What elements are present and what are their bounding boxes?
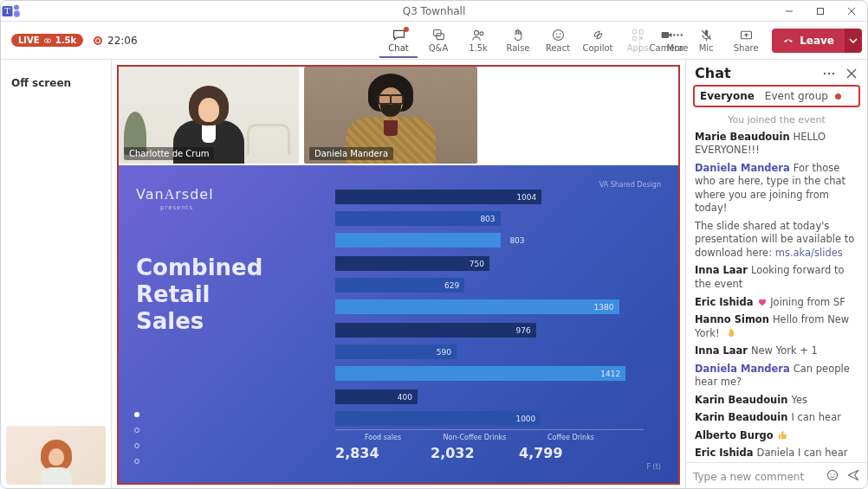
chat-message: Hanno SimonHello from New York! <box>695 313 858 340</box>
chat-tab-event-group[interactable]: Event group <box>765 90 841 102</box>
chat-message: Daniela ManderaCan people hear me? <box>695 363 858 389</box>
chat-message: Alberto Burgo <box>695 429 858 443</box>
chevron-down-icon <box>849 36 858 45</box>
chat-message: Eric IshidaDaniela I can hear you <box>695 447 858 462</box>
chat-message: Marie BeaudouinHELLO EVERYONE!!! <box>695 131 858 158</box>
toolbar-copilot-label: Copilot <box>582 43 612 53</box>
apps-icon <box>631 28 645 42</box>
toolbar-copilot-button[interactable]: Copilot <box>579 23 617 58</box>
slide-heading: Combined Retail Sales <box>136 254 327 336</box>
hangup-icon <box>782 35 794 47</box>
toolbar-react-label: React <box>546 43 570 53</box>
chat-tabs: Everyone Event group <box>693 85 860 107</box>
copilot-icon <box>591 28 606 42</box>
camera-icon <box>659 28 674 42</box>
svg-point-28 <box>833 473 834 474</box>
send-button[interactable] <box>846 468 860 485</box>
chat-input[interactable]: Type a new comment <box>693 471 819 483</box>
recording-time: 22:06 <box>107 35 138 47</box>
chat-more-button[interactable] <box>822 67 836 80</box>
toolbar-raise-label: Raise <box>507 43 530 53</box>
live-label: LIVE <box>18 35 40 45</box>
svg-text:T: T <box>4 6 10 16</box>
svg-rect-8 <box>436 34 444 40</box>
leave-label: Leave <box>800 35 834 47</box>
eye-icon <box>43 36 52 45</box>
self-video-preview[interactable] <box>6 426 106 485</box>
leave-caret-button[interactable] <box>845 29 862 53</box>
leave-button[interactable]: Leave <box>772 29 845 53</box>
svg-point-11 <box>553 30 563 41</box>
offscreen-label: Off screen <box>11 77 71 89</box>
pager-dot <box>134 443 139 448</box>
participant-name-overlay: Daniela Mandera <box>309 147 393 160</box>
people-icon <box>471 28 486 42</box>
svg-rect-2 <box>14 10 20 17</box>
chat-input-row: Type a new comment <box>686 462 867 489</box>
chat-message-list[interactable]: You joined the event Marie BeaudouinHELL… <box>686 107 867 462</box>
svg-rect-7 <box>433 30 441 36</box>
toolbar-people-button[interactable]: 1.5k <box>459 23 497 58</box>
chat-message: Eric Ishida Joining from SF <box>695 296 858 310</box>
chat-panel: Chat Everyone Event group You joined the… <box>685 60 867 489</box>
svg-rect-4 <box>818 9 824 15</box>
svg-rect-16 <box>632 36 636 40</box>
teams-logo-icon: T <box>1 1 22 22</box>
toolbar-qa-button[interactable]: Q&A <box>419 23 457 58</box>
unread-dot-icon <box>835 93 841 100</box>
toolbar-mic-button[interactable]: Mic <box>687 23 725 58</box>
participant-tile-charlotte[interactable]: Charlotte de Crum <box>119 67 299 164</box>
share-icon <box>739 28 754 42</box>
offscreen-panel: Off screen <box>1 60 112 489</box>
qa-icon <box>431 28 446 42</box>
chat-close-button[interactable] <box>845 67 858 80</box>
toolbar-share-button[interactable]: Share <box>727 23 765 58</box>
window-title: Q3 Townhall <box>1 5 867 17</box>
toolbar-react-button[interactable]: React <box>539 23 577 58</box>
window-titlebar: T Q3 Townhall <box>1 1 867 22</box>
chat-message: Inna LaarLooking forward to the event <box>695 264 858 291</box>
recording-indicator: 22:06 <box>94 35 138 47</box>
window-close-button[interactable] <box>836 1 867 22</box>
slide-chart: 1004803803750629138097659014124001000Foo… <box>335 186 644 471</box>
toolbar-chat-button[interactable]: Chat <box>379 23 418 58</box>
chat-message: Inna LaarNew York + 1 <box>695 344 858 358</box>
chat-tab-everyone[interactable]: Everyone <box>700 90 755 102</box>
slide-pager-dots <box>134 412 139 464</box>
toolbar-raise-button[interactable]: Raise <box>499 23 537 58</box>
toolbar-qa-label: Q&A <box>429 43 449 53</box>
svg-rect-15 <box>639 30 643 34</box>
toolbar-mic-label: Mic <box>699 43 714 53</box>
chat-message: Karin BeaudouinYes <box>695 394 858 408</box>
mic-muted-icon <box>699 28 714 42</box>
toolbar-apps-label: Apps <box>627 43 649 53</box>
meeting-toolbar: LIVE 1.5k 22:06 Chat Q&A 1.5k Raise Reac… <box>1 22 867 60</box>
pager-dot <box>134 459 139 464</box>
emoji-picker-button[interactable] <box>826 468 839 485</box>
svg-point-13 <box>559 34 560 35</box>
svg-point-27 <box>830 473 831 474</box>
system-message: You joined the event <box>695 114 858 127</box>
react-icon <box>551 28 566 42</box>
toolbar-chat-label: Chat <box>388 43 408 53</box>
viewer-count: 1.5k <box>55 35 76 45</box>
meeting-stage: Charlotte de Crum Daniela Mandera VA Sha… <box>112 60 685 489</box>
participant-name-overlay: Charlotte de Crum <box>124 147 214 160</box>
window-maximize-button[interactable] <box>805 1 836 22</box>
svg-point-23 <box>824 72 826 74</box>
notification-dot-icon <box>404 27 409 32</box>
raise-hand-icon <box>511 28 526 42</box>
slide-presents: presents <box>160 204 327 211</box>
svg-rect-20 <box>661 32 669 38</box>
toolbar-camera-button[interactable]: Camera <box>647 23 685 58</box>
slide-brand: VanArsdel <box>136 186 327 203</box>
chat-tab-event-group-label: Event group <box>765 90 828 102</box>
participant-tile-daniela[interactable]: Daniela Mandera <box>304 67 477 164</box>
window-minimize-button[interactable] <box>774 1 805 22</box>
svg-point-10 <box>479 32 483 35</box>
toolbar-camera-label: Camera <box>650 43 683 53</box>
live-badge: LIVE 1.5k <box>11 34 83 47</box>
slide-footer-label: F (t) <box>646 463 661 471</box>
svg-point-1 <box>14 4 19 10</box>
chat-message: Daniela ManderaFor those who are here, t… <box>695 162 858 216</box>
